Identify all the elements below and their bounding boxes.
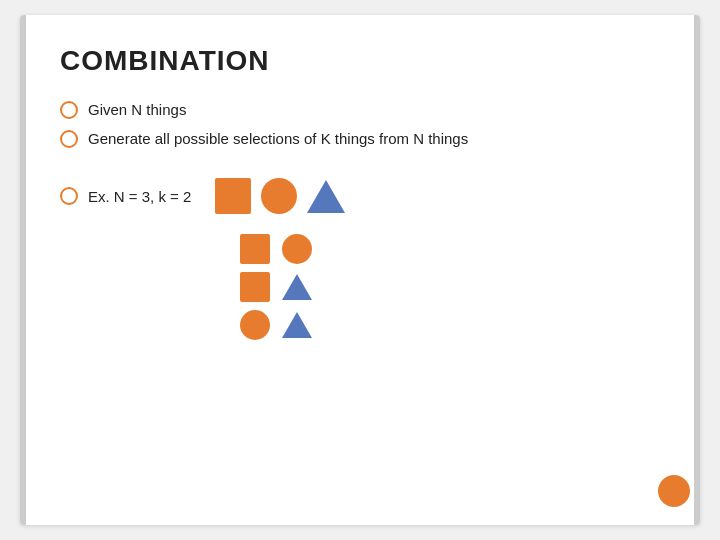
shape-circle-1: [261, 178, 297, 214]
combo-row-2: [240, 272, 660, 302]
bullet-text-1: Given N things: [88, 99, 186, 122]
slide: Combination Given N things Generate all …: [20, 15, 700, 525]
shapes-row: [215, 178, 345, 214]
bullet-icon-3: [60, 187, 78, 205]
combos-grid: [240, 234, 660, 340]
combo-row-1: [240, 234, 660, 264]
combo1-square: [240, 234, 270, 264]
list-item: Generate all possible selections of K th…: [60, 128, 660, 151]
shape-triangle-1: [307, 180, 345, 213]
slide-title: Combination: [60, 45, 660, 77]
list-item: Given N things: [60, 99, 660, 122]
example-row: Ex. N = 3, k = 2: [60, 178, 660, 214]
example-label: Ex. N = 3, k = 2: [88, 188, 191, 205]
bullet-icon-2: [60, 130, 78, 148]
bullet-icon-1: [60, 101, 78, 119]
deco-circle: [658, 475, 690, 507]
combo3-triangle: [282, 312, 312, 338]
slide-border-left: [20, 15, 26, 525]
combo2-triangle: [282, 274, 312, 300]
bullet-list: Given N things Generate all possible sel…: [60, 99, 660, 150]
bullet-text-2: Generate all possible selections of K th…: [88, 128, 468, 151]
combo3-circle: [240, 310, 270, 340]
combo1-circle: [282, 234, 312, 264]
slide-border-right: [694, 15, 700, 525]
combo-row-3: [240, 310, 660, 340]
shape-square-1: [215, 178, 251, 214]
combo2-square: [240, 272, 270, 302]
